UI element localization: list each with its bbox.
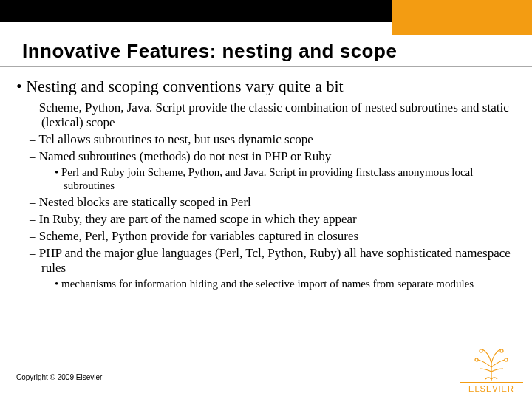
bullet-level2: Tcl allows subroutines to nest, but uses… xyxy=(16,132,511,147)
copyright-text: Copyright © 2009 Elsevier xyxy=(16,373,102,381)
bullet-level2: PHP and the major glue languages (Perl, … xyxy=(16,246,511,276)
bullet-level2: In Ruby, they are part of the named scop… xyxy=(16,212,511,227)
bullet-level2: Scheme, Perl, Python provide for variabl… xyxy=(16,229,511,244)
bullet-level3: Perl and Ruby join Scheme, Python, and J… xyxy=(16,166,511,192)
svg-point-2 xyxy=(475,358,478,361)
content-body: Nesting and scoping conventions vary qui… xyxy=(16,75,511,293)
elsevier-logo: ELSEVIER xyxy=(460,347,523,393)
svg-point-3 xyxy=(505,358,508,361)
bullet-level3: mechanisms for information hiding and th… xyxy=(16,278,511,291)
bullet-level2: Scheme, Python, Java. Script provide the… xyxy=(16,100,511,130)
svg-point-1 xyxy=(500,349,503,352)
svg-point-0 xyxy=(480,349,482,352)
title-underline xyxy=(0,66,532,67)
slide: Innovative Features: nesting and scope N… xyxy=(0,0,532,399)
bullet-level1: Nesting and scoping conventions vary qui… xyxy=(16,77,511,96)
bullet-level2: Nested blocks are statically scoped in P… xyxy=(16,195,511,210)
bullet-level2: Named subroutines (methods) do not nest … xyxy=(16,149,511,164)
elsevier-tree-icon xyxy=(471,347,512,381)
slide-title: Innovative Features: nesting and scope xyxy=(22,40,510,63)
elsevier-logo-text: ELSEVIER xyxy=(460,382,523,393)
topbar-orange-box xyxy=(392,0,532,35)
